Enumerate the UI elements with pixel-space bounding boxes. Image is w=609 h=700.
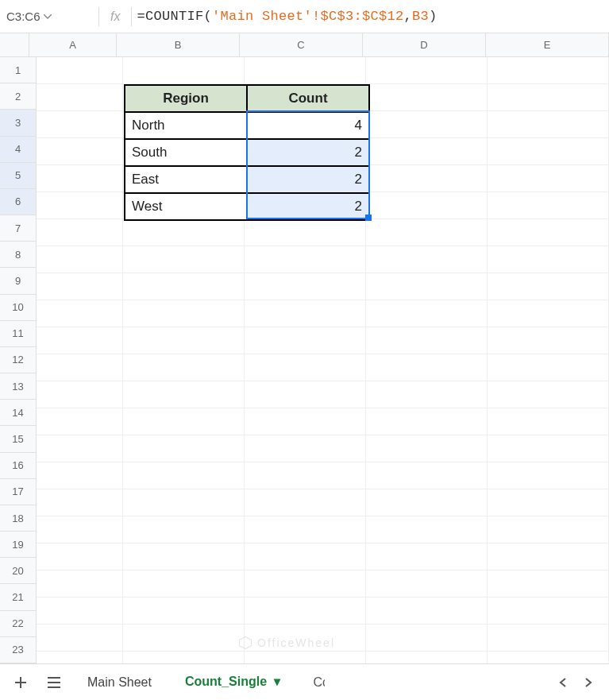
cell[interactable] [366, 327, 488, 354]
col-header-a[interactable]: A [29, 33, 117, 57]
cell[interactable] [488, 300, 609, 327]
nav-right-button[interactable] [577, 671, 599, 694]
cell[interactable] [37, 219, 123, 246]
chevron-down-icon[interactable]: ▾ [274, 675, 280, 688]
cell[interactable] [245, 516, 366, 543]
tab-main-sheet[interactable]: Main Sheet [76, 671, 163, 694]
row-header-9[interactable]: 9 [0, 268, 37, 294]
cell[interactable] [488, 652, 609, 663]
cell[interactable] [488, 327, 609, 354]
cell[interactable] [37, 462, 123, 489]
table-header-count[interactable]: Count [247, 85, 369, 112]
cell[interactable] [366, 598, 488, 625]
row-header-23[interactable]: 23 [0, 637, 37, 663]
row-header-7[interactable]: 7 [0, 215, 37, 242]
cell[interactable] [488, 219, 609, 246]
cell[interactable] [123, 300, 245, 327]
cell-b3[interactable]: North [125, 112, 247, 139]
row-header-11[interactable]: 11 [0, 321, 37, 347]
row-header-2[interactable]: 2 [0, 83, 37, 110]
cell[interactable] [37, 543, 123, 570]
cell[interactable] [37, 84, 123, 111]
cell[interactable] [488, 516, 609, 543]
row-header-17[interactable]: 17 [0, 479, 37, 505]
cell[interactable] [123, 570, 245, 598]
cell[interactable] [123, 489, 245, 516]
row-header-4[interactable]: 4 [0, 137, 37, 163]
cell[interactable] [37, 598, 123, 625]
cell[interactable] [488, 435, 609, 462]
cell[interactable] [37, 138, 123, 165]
cell[interactable] [37, 246, 123, 273]
row-header-1[interactable]: 1 [0, 57, 37, 83]
cell[interactable] [245, 652, 366, 663]
cell[interactable] [123, 219, 245, 246]
row-header-18[interactable]: 18 [0, 505, 37, 532]
cell[interactable] [245, 462, 366, 489]
cell[interactable] [245, 435, 366, 462]
row-header-5[interactable]: 5 [0, 163, 37, 189]
cell[interactable] [245, 408, 366, 435]
cell[interactable] [37, 354, 123, 381]
cell[interactable] [123, 273, 245, 300]
cell[interactable] [366, 408, 488, 435]
cell[interactable] [366, 192, 488, 219]
cell[interactable] [488, 354, 609, 381]
row-header-19[interactable]: 19 [0, 532, 37, 558]
cell[interactable] [488, 165, 609, 192]
row-header-20[interactable]: 20 [0, 558, 37, 584]
cell[interactable] [366, 625, 488, 652]
cell[interactable] [37, 192, 123, 219]
col-header-b[interactable]: B [117, 33, 240, 57]
cell[interactable] [366, 273, 488, 300]
cell[interactable] [245, 57, 366, 84]
cell[interactable] [488, 598, 609, 625]
cell[interactable] [245, 354, 366, 381]
cell[interactable] [37, 570, 123, 598]
cell[interactable] [366, 138, 488, 165]
cell[interactable] [366, 219, 488, 246]
row-header-16[interactable]: 16 [0, 453, 37, 479]
cell[interactable] [123, 516, 245, 543]
cell[interactable] [366, 84, 488, 111]
cell[interactable] [366, 57, 488, 84]
cell[interactable] [488, 138, 609, 165]
cell[interactable] [245, 570, 366, 598]
cell[interactable] [123, 435, 245, 462]
cell[interactable] [366, 570, 488, 598]
cell[interactable] [245, 543, 366, 570]
cell[interactable] [366, 246, 488, 273]
col-header-c[interactable]: C [240, 33, 363, 57]
add-sheet-button[interactable] [10, 671, 32, 694]
cell[interactable] [37, 435, 123, 462]
cell[interactable] [37, 300, 123, 327]
tab-count-single[interactable]: Count_Single ▾ [174, 669, 291, 696]
cell[interactable] [488, 408, 609, 435]
cell[interactable] [366, 300, 488, 327]
cell[interactable] [37, 273, 123, 300]
cell[interactable] [37, 111, 123, 138]
cell[interactable] [488, 192, 609, 219]
cell[interactable] [366, 111, 488, 138]
cell[interactable] [123, 543, 245, 570]
tab-partial[interactable]: Co [303, 671, 325, 694]
grid-area[interactable]: Region Count North 4 South 2 East 2 [37, 57, 609, 663]
cell[interactable] [488, 489, 609, 516]
cell[interactable] [488, 111, 609, 138]
cell[interactable] [37, 381, 123, 408]
cell[interactable] [366, 652, 488, 663]
cell[interactable] [245, 273, 366, 300]
cell[interactable] [123, 598, 245, 625]
cell[interactable] [488, 570, 609, 598]
cell[interactable] [123, 246, 245, 273]
cell[interactable] [123, 652, 245, 663]
cell[interactable] [245, 246, 366, 273]
cell[interactable] [366, 462, 488, 489]
cell[interactable] [37, 652, 123, 663]
cell[interactable] [366, 381, 488, 408]
name-box[interactable]: C3:C6 [6, 10, 94, 23]
cell[interactable] [37, 327, 123, 354]
row-header-14[interactable]: 14 [0, 400, 37, 426]
row-header-3[interactable]: 3 [0, 110, 37, 136]
cell[interactable] [366, 516, 488, 543]
